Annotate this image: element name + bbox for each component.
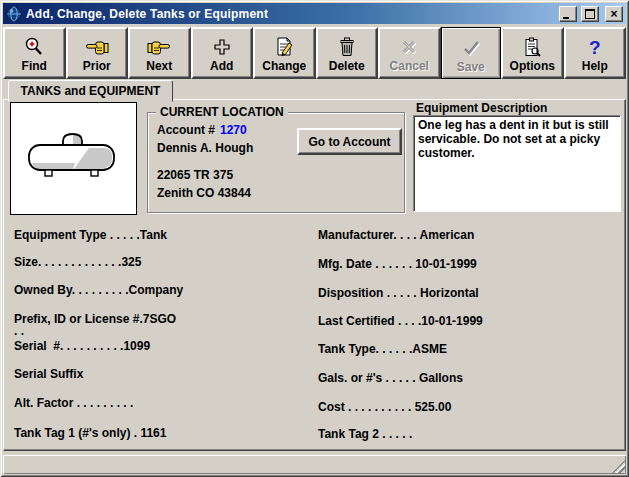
magnifier-plus-icon: [23, 35, 45, 59]
field-label: Tank Type. . . . . .: [318, 342, 412, 356]
minimize-button[interactable]: [559, 6, 577, 22]
tab-label: TANKS and EQUIPMENT: [21, 84, 161, 98]
delete-button[interactable]: Delete: [316, 27, 379, 79]
help-button[interactable]: ? Help: [564, 27, 627, 79]
account-label: Account #: [157, 123, 215, 137]
trash-icon: [338, 35, 356, 59]
field-row-tank-tag-1: Tank Tag 1 (#'s only) . 1161: [14, 427, 166, 440]
field-label: Prefix, ID or License #.: [14, 312, 143, 326]
field-row-serial-suffix: Serial Suffix: [14, 368, 83, 381]
field-value: Company: [128, 283, 183, 297]
go-to-account-button[interactable]: Go to Account: [297, 128, 402, 155]
field-label: Alt. Factor . . . . . . . . .: [14, 396, 133, 410]
maximize-button[interactable]: [581, 6, 599, 22]
hand-pointing-left-icon: [85, 35, 109, 59]
field-row-cost: Cost . . . . . . . . . . 525.00: [318, 401, 451, 414]
field-label: Size. . . . . . . . . . . . .: [14, 255, 121, 269]
minimize-icon: [563, 17, 569, 19]
field-row-gals-or-pounds: Gals. or #'s . . . . . Gallons: [318, 372, 463, 385]
field-label: Owned By. . . . . . . . .: [14, 283, 128, 297]
field-label: Serial #. . . . . . . . . .: [14, 339, 123, 353]
delete-button-label: Delete: [329, 59, 365, 73]
prior-button-label: Prior: [83, 59, 111, 73]
field-label: Disposition . . . . .: [318, 286, 420, 300]
go-to-account-label: Go to Account: [308, 135, 390, 149]
field-value: American: [420, 228, 475, 242]
field-label: Gals. or #'s . . . . .: [318, 371, 419, 385]
tank-image: [10, 102, 137, 215]
help-button-label: Help: [582, 59, 608, 73]
field-label: Tank Tag 1 (#'s only) .: [14, 426, 140, 440]
next-button[interactable]: Next: [128, 27, 191, 79]
account-number: 1270: [220, 123, 247, 137]
application-window: Add, Change, Delete Tanks or Equipment ×…: [0, 0, 629, 477]
save-button: Save: [441, 27, 502, 79]
field-label: Serial Suffix: [14, 367, 83, 381]
cancel-button-label: Cancel: [390, 59, 429, 73]
add-button-label: Add: [210, 59, 233, 73]
account-line: Account #1270: [157, 123, 247, 137]
customer-name: Dennis A. Hough: [157, 141, 253, 155]
field-value: 1161: [140, 426, 166, 440]
field-row-tank-tag-2: Tank Tag 2 . . . . .: [318, 428, 412, 441]
document-pencil-icon: [274, 35, 294, 59]
globe-icon: [6, 6, 22, 22]
field-label: Equipment Type . . . . .: [14, 228, 140, 242]
field-sub-dots: . .: [14, 326, 176, 337]
next-button-label: Next: [146, 59, 172, 73]
status-bar: [3, 455, 626, 474]
close-button[interactable]: ×: [605, 6, 623, 22]
add-button[interactable]: Add: [191, 27, 254, 79]
tab-tanks-and-equipment[interactable]: TANKS and EQUIPMENT: [8, 80, 173, 102]
field-value: Tank: [140, 228, 167, 242]
field-value: Gallons: [419, 371, 463, 385]
current-location-group: CURRENT LOCATION Account #1270 Dennis A.…: [147, 112, 405, 213]
question-mark-icon: ?: [589, 35, 601, 59]
field-value: Horizontal: [420, 286, 479, 300]
x-mark-icon: [399, 35, 419, 59]
resize-grip-icon[interactable]: [612, 460, 625, 473]
maximize-icon: [585, 9, 595, 19]
cancel-button: Cancel: [378, 27, 441, 79]
checkmark-icon: [461, 36, 481, 60]
title-bar: Add, Change, Delete Tanks or Equipment ×: [3, 3, 626, 24]
field-row-owned-by: Owned By. . . . . . . . .Company: [14, 284, 183, 297]
clipboard-magnifier-icon: [522, 35, 542, 59]
field-label: Tank Tag 2 . . . . .: [318, 427, 412, 441]
change-button-label: Change: [262, 59, 306, 73]
toolbar: Find Prior: [3, 27, 626, 79]
address-line1: 22065 TR 375: [157, 168, 233, 182]
field-row-mfg-date: Mfg. Date . . . . . . 10-01-1999: [318, 258, 477, 271]
find-button[interactable]: Find: [3, 27, 66, 79]
field-value: 7SGO: [143, 312, 176, 326]
equipment-description-field[interactable]: One leg has a dent in it but is still se…: [413, 115, 621, 212]
equipment-description-label: Equipment Description: [416, 101, 547, 115]
field-row-manufacturer: Manufacturer. . . . American: [318, 229, 474, 242]
field-row-size: Size. . . . . . . . . . . . .325: [14, 256, 141, 269]
field-value: 325: [121, 255, 141, 269]
field-label: Cost . . . . . . . . . .: [318, 400, 415, 414]
hand-pointing-right-icon: [147, 35, 171, 59]
window-title: Add, Change, Delete Tanks or Equipment: [26, 7, 555, 21]
find-button-label: Find: [22, 59, 47, 73]
save-button-label: Save: [457, 60, 485, 74]
field-row-equipment-type: Equipment Type . . . . .Tank: [14, 229, 167, 242]
plus-icon: [213, 35, 231, 59]
options-button[interactable]: Options: [501, 27, 564, 79]
field-value: 1099: [123, 339, 150, 353]
close-icon: ×: [610, 9, 617, 19]
field-row-disposition: Disposition . . . . . Horizontal: [318, 287, 479, 300]
field-label: Last Certified . . . .: [318, 314, 421, 328]
prior-button[interactable]: Prior: [66, 27, 129, 79]
field-row-serial-number: Serial #. . . . . . . . . .1099: [14, 340, 150, 353]
field-row-last-certified: Last Certified . . . .10-01-1999: [318, 315, 483, 328]
field-value: ASME: [412, 342, 447, 356]
address-line2: Zenith CO 43844: [157, 186, 251, 200]
field-row-prefix-id-license: Prefix, ID or License #.7SGO. .: [14, 313, 176, 337]
field-value: 10-01-1999: [421, 314, 482, 328]
field-row-alt-factor: Alt. Factor . . . . . . . . .: [14, 397, 133, 410]
field-value: 525.00: [415, 400, 452, 414]
change-button[interactable]: Change: [253, 27, 316, 79]
field-label: Manufacturer. . . .: [318, 228, 420, 242]
options-button-label: Options: [510, 59, 555, 73]
